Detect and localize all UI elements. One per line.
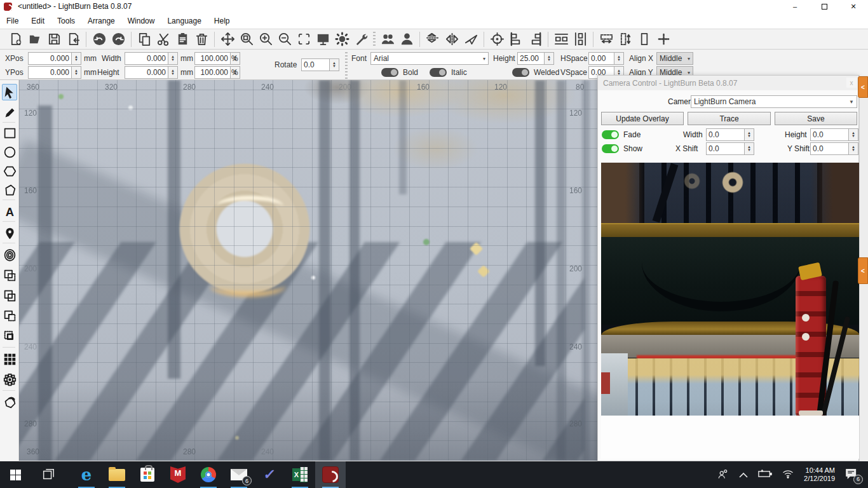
weld-union-tool[interactable] [2, 267, 17, 283]
user-icon[interactable] [397, 30, 416, 48]
mirror-icon[interactable] [423, 30, 442, 48]
zoom-page-icon[interactable] [237, 30, 256, 48]
ypos-field[interactable]: 0.000▲▼ [28, 66, 81, 79]
flip-horizontal-icon[interactable] [442, 30, 461, 48]
distribute-h-icon[interactable] [552, 30, 571, 48]
rectangle-tool[interactable] [2, 125, 17, 141]
menu-arrange[interactable]: Arrange [81, 13, 121, 29]
maximize-button[interactable] [810, 0, 839, 13]
pan-icon[interactable] [218, 30, 237, 48]
position-laser-tool[interactable] [2, 225, 17, 241]
zoom-out-icon[interactable] [275, 30, 294, 48]
collapsed-panel-tab[interactable]: < [858, 257, 868, 284]
xpos-field[interactable]: 0.000▲▼ [28, 52, 81, 65]
notifications-icon[interactable]: 6 [845, 468, 858, 482]
panel-close-icon[interactable]: x [846, 78, 857, 88]
lightburn-icon[interactable] [315, 461, 346, 488]
select-tool[interactable] [2, 84, 17, 100]
text-height-field[interactable]: 25.00▲▼ [517, 52, 554, 65]
ypos-spinner[interactable]: ▲▼ [71, 67, 81, 78]
workspace-canvas[interactable]: 360 320 280 240 200 160 120 80 120 160 2… [19, 80, 597, 461]
text-tool[interactable]: A [2, 203, 17, 220]
circular-array-tool[interactable] [2, 371, 17, 388]
redo-icon[interactable] [109, 30, 128, 48]
flip-vertical-icon[interactable] [461, 30, 480, 48]
offset-shapes-tool[interactable] [2, 247, 17, 263]
battery-icon[interactable] [758, 470, 772, 480]
undo-icon[interactable] [90, 30, 109, 48]
boolean-subtract-tool[interactable] [2, 287, 17, 304]
people-icon[interactable] [717, 469, 729, 481]
wifi-icon[interactable] [782, 470, 794, 480]
boolean-difference-tool[interactable] [2, 308, 17, 324]
mail-icon[interactable]: 6 [224, 461, 254, 488]
hspace-field[interactable]: 0.00▲▼ [588, 52, 624, 65]
chevron-up-icon[interactable] [739, 470, 748, 480]
camera-select[interactable]: LightBurn Camera▼ [691, 95, 857, 108]
frame-selection-icon[interactable] [294, 30, 313, 48]
distribute-v-icon[interactable] [571, 30, 590, 48]
task-view-icon[interactable] [33, 461, 64, 488]
menu-window[interactable]: Window [121, 13, 161, 29]
draw-lines-tool[interactable] [2, 104, 17, 121]
update-overlay-button[interactable]: Update Overlay [601, 112, 684, 125]
trace-button[interactable]: Trace [688, 112, 771, 125]
menu-language[interactable]: Language [161, 13, 207, 29]
align-left-icon[interactable] [506, 30, 526, 48]
device-settings-icon[interactable] [351, 30, 370, 48]
clock[interactable]: 10:44 AM 2/12/2019 [804, 466, 835, 483]
collapsed-panel-tab[interactable]: < [858, 76, 868, 98]
paste-icon[interactable] [173, 30, 192, 48]
save-button[interactable]: Save [775, 112, 857, 125]
cut-icon[interactable] [154, 30, 173, 48]
italic-toggle-icon[interactable] [430, 68, 447, 77]
chrome-icon[interactable] [193, 461, 224, 488]
height-field[interactable]: 0.000▲▼ [125, 66, 178, 79]
font-select[interactable]: Arial▾ [370, 52, 489, 65]
ellipse-tool[interactable] [2, 144, 17, 160]
new-file-icon[interactable] [6, 30, 25, 48]
bold-toggle[interactable]: Bold [381, 66, 418, 79]
grid-array-tool[interactable] [2, 351, 17, 367]
save-icon[interactable] [44, 30, 64, 48]
align-right-icon[interactable] [526, 30, 545, 48]
fade-toggle[interactable]: Fade [602, 128, 641, 141]
polygon-tool[interactable] [2, 163, 17, 179]
show-toggle-icon[interactable] [602, 144, 619, 153]
menu-file[interactable]: File [0, 13, 25, 29]
xpos-spinner[interactable]: ▲▼ [71, 53, 81, 64]
zoom-in-icon[interactable] [256, 30, 275, 48]
italic-toggle[interactable]: Italic [430, 66, 467, 79]
mcafee-icon[interactable] [163, 461, 193, 488]
yshift-field[interactable]: 0.0▲▼ [810, 142, 858, 155]
welded-toggle[interactable]: Welded [512, 66, 559, 79]
edit-nodes-tool[interactable] [2, 182, 17, 198]
xshift-field[interactable]: 0.0▲▼ [706, 142, 754, 155]
same-width-icon[interactable] [597, 30, 616, 48]
boolean-intersect-tool[interactable] [2, 328, 17, 344]
width-field[interactable]: 0.000▲▼ [125, 52, 178, 65]
alignx-select[interactable]: Middle▾ [656, 52, 693, 65]
cam-height-field[interactable]: 0.0▲▼ [810, 128, 858, 141]
delete-icon[interactable] [192, 30, 211, 48]
height-spinner[interactable]: ▲▼ [168, 67, 177, 78]
users-icon[interactable] [378, 30, 397, 48]
store-icon[interactable] [132, 461, 163, 488]
move-to-position-icon[interactable] [654, 30, 673, 48]
close-button[interactable]: ✕ [839, 0, 868, 13]
menu-help[interactable]: Help [208, 13, 236, 29]
preview-icon[interactable] [313, 30, 332, 48]
rotate-field[interactable]: 0.0▲▼ [301, 58, 339, 71]
same-size-icon[interactable] [635, 30, 654, 48]
same-height-icon[interactable] [616, 30, 635, 48]
excel-icon[interactable]: X [285, 461, 315, 488]
camera-panel-title[interactable]: Camera Control - LightBurn Beta 0.8.07 [598, 76, 858, 90]
file-explorer-icon[interactable] [102, 461, 132, 488]
settings-gear-icon[interactable] [332, 30, 351, 48]
menu-tools[interactable]: Tools [51, 13, 81, 29]
minimize-button[interactable]: – [780, 0, 810, 13]
focus-center-icon[interactable] [487, 30, 506, 48]
visual-studio-icon[interactable]: ✓ [254, 461, 285, 488]
copy-icon[interactable] [135, 30, 154, 48]
width-spinner[interactable]: ▲▼ [168, 53, 177, 64]
